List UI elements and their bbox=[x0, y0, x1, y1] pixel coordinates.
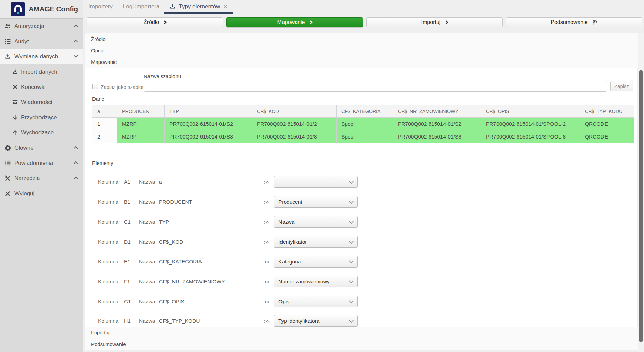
tab-logi-importera[interactable]: Logi importera bbox=[118, 0, 165, 14]
arrow-down-icon bbox=[11, 114, 19, 121]
maps-to-arrows: >> bbox=[264, 299, 269, 304]
sidebar-item-label: Narzędzia bbox=[14, 175, 74, 182]
kolumna-label: Kolumna bbox=[98, 299, 118, 305]
close-icon bbox=[3, 191, 12, 197]
users-icon bbox=[3, 23, 12, 30]
maps-to-arrows: >> bbox=[264, 318, 269, 324]
wizard-step-podsumowanie-button[interactable]: Podsumowanie bbox=[506, 17, 642, 27]
accordion-header-mapowanie[interactable]: Mapowanie bbox=[85, 56, 642, 68]
chevron-down-icon bbox=[349, 298, 354, 303]
tab-importery[interactable]: Importery bbox=[83, 0, 118, 14]
column-header: CF$_OPIS bbox=[481, 105, 580, 118]
sidebar-item-import-danych[interactable]: Import danych bbox=[0, 64, 83, 79]
sidebar-item-wychodzace[interactable]: Wychodzące bbox=[0, 125, 83, 140]
accordion-stack: Źródło Opcje Mapowanie Zapisz jako szabl… bbox=[85, 33, 642, 350]
element-mapping-row-h1: Kolumna H1 Nazwa CF$_TYP_KODU >> Typ ide… bbox=[85, 315, 637, 327]
logo-teal-dot bbox=[17, 12, 19, 14]
column-letter: G1 bbox=[124, 299, 131, 305]
scrollbar-thumb[interactable] bbox=[639, 70, 643, 342]
table-cell: PR700Q002-615014-01/S8 bbox=[165, 130, 252, 143]
sidebar-item-koncowki[interactable]: Końcówki bbox=[0, 79, 83, 95]
sidebar-item-label: Powiadomienia bbox=[14, 160, 74, 167]
mapping-select-a1[interactable] bbox=[274, 176, 358, 188]
column-name: TYP bbox=[159, 219, 169, 225]
template-name-input[interactable] bbox=[144, 81, 607, 92]
column-letter: F1 bbox=[124, 279, 130, 285]
selected-option: Opis bbox=[278, 299, 289, 305]
wizard-step-mapowanie-button[interactable]: Mapowanie bbox=[226, 17, 363, 27]
chevron-down-icon bbox=[74, 53, 78, 58]
column-header: PRODUCENT bbox=[117, 105, 165, 118]
tab-typy-elementow[interactable]: Typy elementów × bbox=[164, 0, 232, 14]
sidebar-item-wymiana-danych[interactable]: Wymiana danych bbox=[0, 49, 83, 64]
sidebar-item-label: Wychodzące bbox=[21, 129, 54, 136]
chevron-right-icon bbox=[309, 20, 313, 24]
accordion-header-opcje[interactable]: Opcje bbox=[85, 45, 642, 56]
kolumna-label: Kolumna bbox=[98, 318, 118, 324]
save-as-template-checkbox[interactable] bbox=[92, 84, 98, 89]
mapping-select-h1[interactable]: Typ identyfikatora bbox=[274, 315, 358, 327]
mapping-select-g1[interactable]: Opis bbox=[274, 296, 358, 307]
chevron-right-icon bbox=[445, 20, 448, 24]
sidebar-item-label: Wiadomości bbox=[21, 99, 52, 106]
chevron-right-icon bbox=[163, 20, 167, 24]
wizard-step-label: Importuj bbox=[421, 19, 441, 25]
sidebar-item-wyloguj[interactable]: Wyloguj bbox=[0, 186, 83, 201]
column-header: CF$_NR_ZAMOWIENIOWY bbox=[393, 105, 481, 118]
element-mapping-row-e1: Kolumna E1 Nazwa CF$_KATEGORIA >> Katego… bbox=[85, 256, 637, 268]
accordion-header-podsumowanie[interactable]: Podsumowanie bbox=[85, 338, 642, 350]
sidebar-item-audyt[interactable]: Audyt bbox=[0, 34, 83, 49]
mapping-select-d1[interactable]: Identyfikator bbox=[274, 236, 358, 248]
chevron-down-icon bbox=[349, 278, 354, 283]
inbox-icon bbox=[11, 99, 19, 105]
column-letter: D1 bbox=[124, 239, 131, 245]
table-row[interactable]: 1 MZRP PR700Q002-615014-01/S2 PR700Q002-… bbox=[92, 118, 634, 130]
nazwa-label: Nazwa bbox=[139, 219, 155, 225]
wizard-steps: Źródło Mapowanie Importuj Podsumowanie bbox=[83, 14, 644, 31]
column-header: TYP bbox=[165, 105, 252, 118]
wizard-step-importuj-button[interactable]: Importuj bbox=[366, 17, 503, 27]
sidebar-item-wiadomosci[interactable]: Wiadomości bbox=[0, 95, 83, 110]
table-row[interactable]: 2 MZRP PR700Q002-615014-01/S8 PR700Q002-… bbox=[92, 130, 634, 143]
column-letter: C1 bbox=[124, 219, 131, 225]
save-as-template-label: Zapisz jako szablon bbox=[101, 84, 145, 90]
kolumna-label: Kolumna bbox=[98, 259, 118, 265]
nazwa-label: Nazwa bbox=[139, 318, 155, 324]
wizard-step-zrodlo-button[interactable]: Źródło bbox=[87, 17, 223, 27]
gear-icon bbox=[3, 144, 12, 151]
table-cell: MZRP bbox=[117, 118, 165, 130]
maps-to-arrows: >> bbox=[264, 179, 269, 185]
table-cell: PR700Q002-615014-01/SPOOL-2 bbox=[481, 118, 580, 130]
accordion-label: Mapowanie bbox=[91, 59, 117, 65]
chevron-down-icon bbox=[349, 219, 354, 223]
element-mapping-row-b1: Kolumna B1 Nazwa PRODUCENT >> Producent bbox=[85, 196, 637, 208]
tab-label: Logi importera bbox=[123, 3, 160, 10]
sidebar-item-autoryzacja[interactable]: Autoryzacja bbox=[0, 19, 83, 34]
kolumna-label: Kolumna bbox=[98, 219, 118, 225]
accordion-header-zrodlo[interactable]: Źródło bbox=[85, 33, 642, 45]
element-mapping-row-g1: Kolumna G1 Nazwa CF$_OPIS >> Opis bbox=[85, 296, 637, 307]
column-header: CF$_KATEGORIA bbox=[337, 105, 393, 118]
upload-tray-icon bbox=[169, 4, 176, 10]
data-preview-table: a PRODUCENT TYP CF$_KOD CF$_KATEGORIA CF… bbox=[92, 105, 634, 156]
selected-option: Identyfikator bbox=[278, 239, 307, 245]
sidebar-item-glowne[interactable]: Główne bbox=[0, 140, 83, 155]
elements-section-label: Elementy bbox=[92, 160, 113, 166]
save-template-button[interactable]: Zapisz bbox=[610, 81, 633, 91]
sidebar-header: AMAGE Config bbox=[0, 0, 83, 19]
sidebar-item-powiadomienia[interactable]: Powiadomienia bbox=[0, 155, 83, 171]
table-cell: PR700Q002-615014-01/S2 bbox=[393, 118, 481, 130]
mapping-select-b1[interactable]: Producent bbox=[274, 196, 358, 208]
mapping-select-e1[interactable]: Kategoria bbox=[274, 256, 358, 268]
element-mapping-row-f1: Kolumna F1 Nazwa CF$_NR_ZAMOWIENIOWY >> … bbox=[85, 276, 637, 287]
accordion-header-importuj[interactable]: Importuj bbox=[85, 327, 642, 338]
app-title: AMAGE Config bbox=[29, 5, 78, 13]
mapping-select-c1[interactable]: Nazwa bbox=[274, 216, 358, 228]
sidebar-item-narzedzia[interactable]: Narzędzia bbox=[0, 171, 83, 186]
sidebar-item-przychodzace[interactable]: Przychodzące bbox=[0, 110, 83, 125]
mapping-select-f1[interactable]: Numer zamówieniowy bbox=[274, 276, 358, 287]
close-icon[interactable]: × bbox=[224, 4, 227, 10]
maps-to-arrows: >> bbox=[264, 219, 269, 225]
nazwa-label: Nazwa bbox=[139, 239, 155, 245]
download-tray-icon bbox=[3, 53, 12, 60]
